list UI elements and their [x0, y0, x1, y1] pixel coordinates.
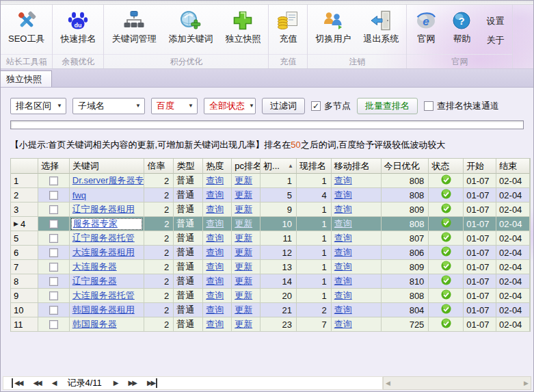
- heat-cell-link[interactable]: 查询: [206, 246, 224, 259]
- heat-cell-link[interactable]: 查询: [206, 203, 224, 215]
- ribbon-button-standalone-snapshot[interactable]: 独立快照: [219, 7, 267, 54]
- column-header-12[interactable]: 开始: [464, 159, 496, 174]
- keyword-link[interactable]: 韩国服务器租用: [72, 304, 135, 316]
- ribbon-button-official-site[interactable]: e官网: [408, 7, 444, 54]
- ribbon-button-recharge[interactable]: 充值: [270, 7, 306, 54]
- row-checkbox[interactable]: [49, 191, 58, 200]
- horizontal-scrollbar[interactable]: ◀ ▶: [383, 376, 531, 390]
- scroll-right-icon[interactable]: ▶: [524, 380, 529, 387]
- mobile-rank-cell-link[interactable]: 查询: [334, 246, 352, 259]
- keyword-link[interactable]: fwq: [72, 190, 86, 200]
- batch-check-rank-button[interactable]: 批量查排名: [357, 98, 418, 114]
- row-checkbox[interactable]: [49, 263, 58, 272]
- table-row[interactable]: 9大连服务器托管2普通查询更新201查询80801-0702-04: [11, 289, 530, 303]
- heat-cell-link[interactable]: 查询: [206, 174, 224, 187]
- prev-record-button[interactable]: ◀: [51, 378, 57, 388]
- pc-rank-cell-link[interactable]: 更新: [235, 275, 252, 287]
- first-record-button[interactable]: ◀◀: [12, 378, 23, 388]
- row-checkbox[interactable]: [49, 248, 58, 257]
- fast-lane-checkbox[interactable]: 查排名快速通道: [424, 100, 499, 112]
- table-row[interactable]: ▶4服务器专家2普通查询更新101查询80801-0702-04: [11, 217, 530, 231]
- pc-rank-cell-link[interactable]: 更新: [235, 246, 252, 259]
- status-select[interactable]: 全部状态 ▼: [204, 98, 256, 114]
- keyword-link[interactable]: 韩国服务器: [72, 318, 117, 330]
- ribbon-button-quick-rank[interactable]: du快速排名: [54, 7, 102, 54]
- pc-rank-cell-link[interactable]: 更新: [235, 289, 252, 302]
- ribbon-button-add-keyword[interactable]: 添加关键词: [162, 7, 219, 54]
- scroll-left-icon[interactable]: ◀: [386, 380, 390, 387]
- heat-cell-link[interactable]: 查询: [206, 189, 224, 201]
- heat-cell-link[interactable]: 查询: [206, 275, 224, 287]
- pc-rank-cell-link[interactable]: 更新: [235, 318, 252, 330]
- table-row[interactable]: 8辽宁服务器2普通查询更新141查询81001-0702-04: [11, 274, 530, 289]
- pc-rank-cell-link[interactable]: 更新: [235, 203, 252, 215]
- pc-rank-cell-link[interactable]: 更新: [235, 174, 252, 187]
- table-row[interactable]: 1Dr.server服务器专家2普通查询更新11查询80801-0702-04: [11, 174, 530, 188]
- heat-cell-link[interactable]: 查询: [206, 318, 224, 330]
- column-header-5[interactable]: 热度: [203, 159, 232, 174]
- row-checkbox[interactable]: [49, 234, 58, 243]
- tab-independent-snapshot[interactable]: 独立快照: [0, 70, 52, 87]
- engine-select[interactable]: 百度 ▼: [151, 98, 198, 114]
- keyword-link[interactable]: 辽宁服务器托管: [72, 232, 135, 244]
- mobile-rank-cell-link[interactable]: 查询: [334, 218, 352, 230]
- mobile-rank-cell-link[interactable]: 查询: [334, 275, 352, 287]
- ribbon-button-seo-tools[interactable]: SEO工具: [2, 7, 51, 54]
- column-header-2[interactable]: 关键词: [70, 159, 145, 174]
- pc-rank-cell-link[interactable]: 更新: [235, 261, 252, 273]
- pc-rank-cell-link[interactable]: 更新: [235, 218, 252, 230]
- column-header-13[interactable]: 结束: [496, 159, 530, 174]
- heat-cell-link[interactable]: 查询: [206, 289, 224, 302]
- row-checkbox[interactable]: [49, 277, 58, 286]
- column-header-10[interactable]: 今日优化: [382, 159, 429, 174]
- table-row[interactable]: 10韩国服务器租用2普通查询更新212查询80401-0702-04: [11, 303, 530, 317]
- last-record-button[interactable]: ▶▶: [146, 378, 157, 388]
- table-row[interactable]: 2fwq2普通查询更新54查询80801-0702-04: [11, 188, 530, 202]
- mobile-rank-cell-link[interactable]: 查询: [334, 318, 352, 330]
- column-header-6[interactable]: pc排名: [232, 159, 261, 174]
- heat-cell-link[interactable]: 查询: [206, 261, 224, 273]
- keyword-edit-cell[interactable]: 服务器专家: [71, 218, 143, 230]
- mobile-rank-cell-link[interactable]: 查询: [334, 304, 352, 316]
- row-checkbox[interactable]: [49, 205, 58, 214]
- ribbon-button-logout[interactable]: 退出系统: [357, 7, 405, 54]
- keyword-link[interactable]: 大连服务器: [72, 261, 117, 273]
- ribbon-button-help[interactable]: ?帮助: [444, 7, 479, 54]
- mobile-rank-cell-link[interactable]: 查询: [334, 203, 352, 215]
- column-header-7[interactable]: 初...▲: [261, 159, 297, 174]
- ribbon-button-switch-user[interactable]: 切换用户: [309, 7, 357, 54]
- column-header-11[interactable]: 状态: [429, 159, 464, 174]
- keyword-link[interactable]: 大连服务器托管: [72, 289, 135, 302]
- keyword-link[interactable]: 大连服务器租用: [72, 246, 135, 259]
- row-checkbox[interactable]: [49, 306, 58, 315]
- rank-range-select[interactable]: 排名区间 ▼: [10, 98, 66, 114]
- heat-cell-link[interactable]: 查询: [206, 218, 224, 230]
- mobile-rank-cell-link[interactable]: 查询: [334, 289, 352, 302]
- mobile-rank-cell-link[interactable]: 查询: [334, 232, 352, 244]
- keyword-link[interactable]: 服务器专家: [73, 218, 118, 230]
- column-header-1[interactable]: 选择: [38, 159, 70, 174]
- mobile-rank-cell-link[interactable]: 查询: [334, 174, 352, 187]
- table-row[interactable]: 7大连服务器2普通查询更新131查询80901-0702-04: [11, 260, 530, 274]
- table-row[interactable]: 5辽宁服务器托管2普通查询更新111查询80701-0702-04: [11, 231, 530, 246]
- ribbon-button-keyword-manage[interactable]: 关键词管理: [105, 7, 162, 54]
- next-record-button[interactable]: ▶: [113, 378, 118, 388]
- table-row[interactable]: 11韩国服务器2普通查询更新237查询72501-0702-04: [11, 317, 530, 332]
- row-checkbox[interactable]: [49, 291, 58, 300]
- prev-page-button[interactable]: ◀◀: [32, 378, 41, 388]
- heat-cell-link[interactable]: 查询: [206, 304, 224, 316]
- ribbon-small-button-about[interactable]: 关于: [486, 34, 504, 47]
- column-header-3[interactable]: 倍率: [144, 159, 174, 174]
- pc-rank-cell-link[interactable]: 更新: [235, 232, 252, 244]
- table-row[interactable]: 3辽宁服务器租用2普通查询更新91查询80901-0702-04: [11, 202, 530, 217]
- multi-node-checkbox[interactable]: ✓ 多节点: [311, 100, 351, 112]
- ribbon-small-button-settings[interactable]: 设置: [486, 15, 504, 27]
- column-header-0[interactable]: [11, 159, 38, 174]
- mobile-rank-cell-link[interactable]: 查询: [334, 261, 352, 273]
- column-header-4[interactable]: 类型: [174, 159, 203, 174]
- keyword-link[interactable]: 辽宁服务器租用: [72, 203, 135, 215]
- mobile-rank-cell-link[interactable]: 查询: [334, 189, 352, 201]
- row-checkbox[interactable]: [49, 177, 58, 185]
- subdomain-select[interactable]: 子域名 ▼: [72, 98, 145, 114]
- keyword-link[interactable]: Dr.server服务器专家: [72, 174, 145, 187]
